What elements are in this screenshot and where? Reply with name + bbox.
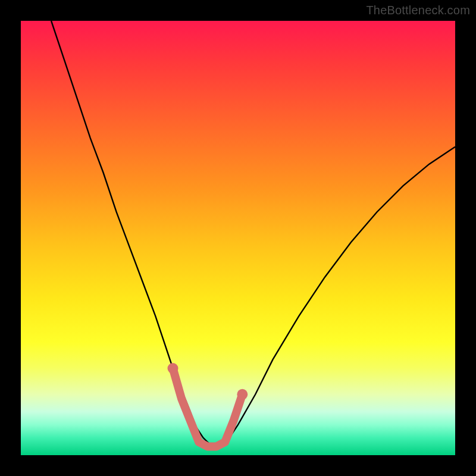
valley-highlight-group xyxy=(168,363,248,446)
chart-svg xyxy=(21,21,455,455)
chart-frame: TheBottleneck.com xyxy=(0,0,476,476)
valley-marker-dot xyxy=(168,363,178,374)
watermark-text: TheBottleneck.com xyxy=(366,4,470,17)
valley-marker-line xyxy=(173,368,243,446)
plot-area xyxy=(21,21,455,455)
valley-marker-dot xyxy=(237,389,248,400)
main-curve-group xyxy=(51,21,455,446)
bottleneck-curve xyxy=(51,21,455,446)
